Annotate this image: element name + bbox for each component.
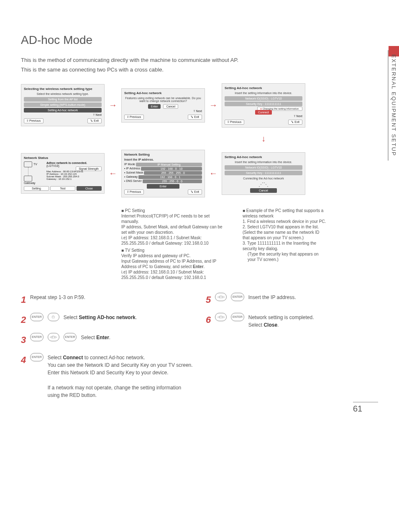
gateway-label: • Gateway [124,175,138,179]
notes-row: ■ PC Setting Internet Protocol(TCP/IP) o… [21,204,378,280]
panel2-next: ꔉ Next [124,110,202,113]
ip-value[interactable]: 192 . 168 . 0 . 10 [141,167,202,171]
step-5: 5 ◁▢▷ ENTER Insert the IP address. [206,293,378,307]
intro-line-1: This is the method of communicating dire… [21,55,378,65]
step-num-5: 5 [206,293,212,307]
panel3-sub: Insert the setting information into the … [225,92,302,95]
steps-left: 1 Repeat step 1-3 on P.59. 2 ENTER ▢ Sel… [21,293,193,405]
diagram-row-2: Network Status TV Gateway Adhoc network … [21,150,378,197]
arrow-right-1: → [109,100,117,110]
panel1-next: ꔉ Next [24,113,102,117]
panel6-close[interactable]: Close [77,186,102,191]
diagram-row-1: Selecting the wireless network setting t… [21,83,378,128]
panel6-test[interactable]: Test [50,186,75,191]
panel-network-status: Network Status TV Gateway Adhoc network … [21,153,105,194]
panel6-connected: Adhoc network is connected. [46,161,102,164]
panel2-title: Setting Ad-hoc network [124,91,202,95]
panel5-title: Network Setting [124,153,202,156]
right-notes: ■ Example of the PC setting that support… [243,206,326,262]
side-tab: EXTERNAL EQUIPMENT SETUP [388,50,399,161]
ip-label: • IP Address [124,167,140,171]
panel2-enter[interactable]: Enter [148,104,161,109]
tv2: Input Gateway address of PC to IP Addres… [121,258,226,269]
subnet-label: • Subnet Mask [124,171,143,175]
panel6-title: Network Status [24,156,102,160]
pc1: Internet Protocol(TCP/IP) of PC needs to… [121,213,226,224]
gateway-value[interactable]: 192 . 168 . 0 . 1 [138,175,202,179]
tv1: Verify IP address and gateway of PC. [121,253,226,258]
pc3: i.e) IP address: 192.168.0.1 / Subnet Ma… [121,235,226,246]
gateway-icon [24,176,32,182]
panel4-connecting: Connecting the Ad-hoc network [225,177,302,180]
pc2: IP address, Subnet Mask, and default Gat… [121,224,226,235]
middle-notes: ■ PC Setting Internet Protocol(TCP/IP) o… [121,206,226,280]
enter-button-icon-6: ENTER [231,313,244,321]
panel3-connect[interactable]: Connect [255,110,272,115]
panel3-title: Setting Ad-hoc network [225,86,302,90]
step-num-6: 6 [206,313,212,327]
panel3-prev[interactable]: ꕉ Previous [225,120,244,125]
panel-select-type: Selecting the wireless network setting t… [21,84,105,126]
panel3-key: Security Key : 1111111111 [225,102,302,106]
panel2-prev[interactable]: ꕉ Previous [124,115,144,120]
tv3: i.e) IP address: 192.168.0.10 / Subnet M… [121,269,226,280]
step-5-text: Insert the IP address. [248,293,378,301]
tv-head: ■ TV Setting [121,248,226,253]
step-6-text: Network setting is completed. Select Clo… [248,313,378,329]
panel6-gateway: Gateway : 10.19.152.1 [46,178,102,180]
step-4-text: Select Connect to connect Ad-hoc network… [48,353,193,399]
panel1-opt1[interactable]: Setting from the AP list [24,97,102,102]
step-3: 3 ENTER ◁▢▷ ENTER Select Enter. [21,333,193,347]
panel4-title: Setting Ad-hoc network [225,155,302,159]
panel6-setting[interactable]: Setting [24,186,49,191]
step-4: 4 ENTER Select Connect to connect Ad-hoc… [21,353,193,399]
panel1-sub: Select the wireless network setting type… [24,92,102,95]
rn4: (Type the security key that appears on y… [248,251,326,262]
intro-line-2: This is the same as connecting two PCs w… [21,65,378,74]
enter-button-icon: ENTER [30,313,43,321]
panel-network-setting: Network Setting Insert the IP address. I… [121,150,205,197]
step-num-3: 3 [21,333,27,347]
panel5-prev[interactable]: ꕉ Previous [124,189,144,194]
panel1-prev[interactable]: ꕉ Previous [24,118,43,123]
tv-label: TV [33,163,37,166]
dns-value[interactable]: 255 . 255 . 0 . 0 [143,179,202,183]
panel2-exit[interactable]: ꔄ Exit [188,115,202,120]
enter-button-icon-5: ENTER [231,293,244,301]
page-number: 61 [353,402,378,414]
panel5-sub: Insert the IP address. [124,158,202,161]
panel-insert-info: Setting Ad-hoc network Insert the settin… [222,83,305,128]
panel3-next: ꔉ Next [225,115,302,118]
panel1-opt2[interactable]: Simple setting (WPS-button mode) [24,102,102,107]
rn-head: ■ Example of the PC setting that support… [243,208,326,219]
arrow-down-1: ↓ [222,134,305,143]
step-1: 1 Repeat step 1-3 on P.59. [21,293,193,307]
nav-button-icon-3: ◁▢▷ [48,333,59,341]
rn1: 1. Find a wireless network device in you… [243,219,326,224]
gw-label: Gateway [24,182,36,184]
arrow-left-1: ← [109,169,117,178]
panel1-opt3[interactable]: Setting Ad-hoc network [24,108,102,113]
panel4-key: Security Key : 1111111111 [225,171,302,175]
panel4-ssid: Network ID(SSID) : LGTV10 [225,165,302,170]
step-6: 6 ◁▢▷ ENTER Network setting is completed… [206,313,378,329]
steps-section: 1 Repeat step 1-3 on P.59. 2 ENTER ▢ Sel… [21,293,378,405]
panel5-enter[interactable]: Enter [147,184,180,189]
enter-button-icon-4: ENTER [30,353,43,361]
panel2-cancel[interactable]: Cancel [163,104,178,109]
nav-button-icon: ▢ [48,313,59,321]
panel-confirm: Setting Ad-hoc network Features using ex… [121,88,205,123]
panel1-exit[interactable]: ꔄ Exit [87,118,102,123]
panel3-exit[interactable]: ꔄ Exit [288,120,302,125]
panel2-sub: Features using exiting network can be un… [124,97,202,102]
panel4-cancel[interactable]: Cancel [250,188,277,193]
mode-label: IP Mode [124,163,135,166]
subnet-value[interactable]: 255 . 255 . 255 . 0 [144,171,202,175]
panel-connecting: Setting Ad-hoc network Insert the settin… [222,152,305,195]
mode-value[interactable]: IP Manual Setting [136,163,202,166]
panel5-exit[interactable]: ꔄ Exit [188,189,202,194]
panel4-sub: Insert the setting information into the … [225,161,302,164]
arrow-right-2: → [209,100,217,110]
step-2-text: Select Setting AD-hoc network. [64,313,193,321]
panel1-title: Selecting the wireless network setting t… [24,87,102,91]
